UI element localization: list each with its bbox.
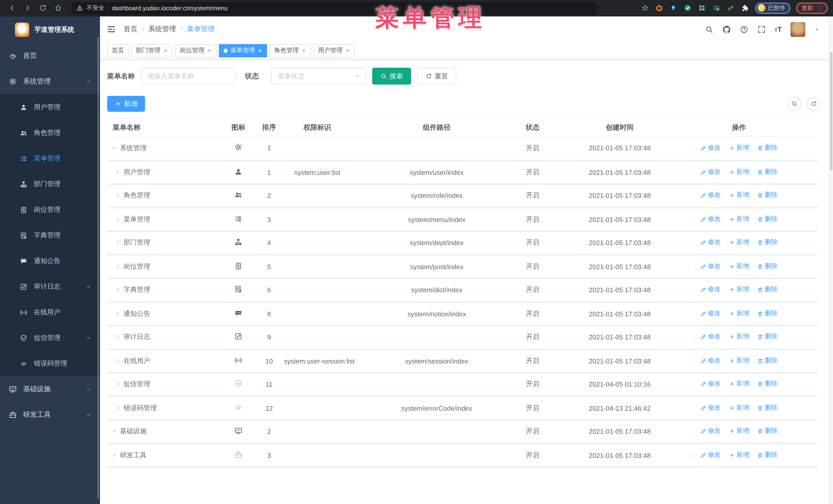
extension-icon[interactable] bbox=[654, 4, 663, 12]
tree-toggle-icon[interactable] bbox=[115, 381, 121, 387]
add-button[interactable]: 新增 bbox=[107, 96, 145, 112]
add-link[interactable]: 新增 bbox=[729, 333, 749, 341]
edit-link[interactable]: 修改 bbox=[700, 144, 721, 152]
edit-link[interactable]: 修改 bbox=[700, 427, 721, 436]
add-link[interactable]: 新增 bbox=[729, 144, 749, 152]
sidebar-item[interactable]: 系统管理 bbox=[0, 69, 100, 94]
add-link[interactable]: 新增 bbox=[729, 380, 749, 388]
delete-link[interactable]: 删除 bbox=[757, 309, 778, 318]
close-icon[interactable]: × bbox=[302, 47, 306, 54]
fullscreen-icon[interactable] bbox=[757, 25, 766, 33]
sidebar-item[interactable]: 用户管理 bbox=[0, 94, 100, 120]
sidebar-item[interactable]: 短信管理 bbox=[0, 325, 100, 351]
sidebar-item[interactable]: 在线用户 bbox=[0, 299, 100, 325]
add-link[interactable]: 新增 bbox=[729, 285, 749, 294]
add-link[interactable]: 新增 bbox=[729, 191, 749, 200]
extension-icon[interactable] bbox=[698, 4, 706, 12]
extensions-puzzle-icon[interactable] bbox=[741, 4, 749, 12]
add-link[interactable]: 新增 bbox=[729, 404, 749, 412]
extension-icon[interactable] bbox=[712, 4, 721, 12]
delete-link[interactable]: 删除 bbox=[757, 144, 778, 152]
toggle-search-button[interactable] bbox=[787, 97, 801, 111]
help-icon[interactable] bbox=[740, 25, 748, 33]
edit-link[interactable]: 修改 bbox=[700, 191, 721, 200]
tree-toggle-icon[interactable] bbox=[115, 405, 121, 411]
tree-toggle-icon[interactable] bbox=[115, 239, 121, 246]
reload-icon[interactable] bbox=[39, 4, 47, 12]
tree-toggle-icon[interactable] bbox=[111, 145, 117, 151]
edit-link[interactable]: 修改 bbox=[700, 309, 721, 318]
close-icon[interactable]: × bbox=[345, 47, 350, 54]
add-link[interactable]: 新增 bbox=[729, 357, 749, 365]
extension-icon[interactable] bbox=[669, 4, 678, 12]
status-select[interactable]: 菜单状态 bbox=[271, 68, 366, 85]
add-link[interactable]: 新增 bbox=[729, 215, 749, 224]
delete-link[interactable]: 删除 bbox=[757, 168, 778, 177]
edit-link[interactable]: 修改 bbox=[700, 333, 721, 341]
close-icon[interactable]: × bbox=[207, 47, 212, 54]
tree-toggle-icon[interactable] bbox=[115, 192, 121, 198]
view-tab[interactable]: 用户管理 × bbox=[313, 44, 355, 57]
edit-link[interactable]: 修改 bbox=[700, 357, 721, 365]
add-link[interactable]: 新增 bbox=[729, 451, 749, 460]
delete-link[interactable]: 删除 bbox=[757, 357, 778, 365]
tree-toggle-icon[interactable] bbox=[115, 169, 121, 175]
delete-link[interactable]: 删除 bbox=[757, 262, 778, 271]
sidebar-item[interactable]: 研发工具 bbox=[0, 402, 100, 428]
search-icon[interactable] bbox=[705, 25, 714, 33]
tree-toggle-icon[interactable] bbox=[115, 311, 121, 317]
app-logo-row[interactable]: 芋道管理系统 bbox=[0, 17, 100, 43]
sidebar-item[interactable]: 岗位管理 bbox=[0, 197, 100, 222]
delete-link[interactable]: 删除 bbox=[757, 404, 778, 412]
sidebar-item[interactable]: 角色管理 bbox=[0, 120, 100, 146]
breadcrumb-system[interactable]: 系统管理 bbox=[148, 25, 176, 34]
delete-link[interactable]: 删除 bbox=[757, 191, 778, 200]
tree-toggle-icon[interactable] bbox=[115, 287, 121, 293]
update-button[interactable]: 更新 ⋮ bbox=[796, 2, 828, 14]
extension-icon[interactable] bbox=[683, 4, 692, 12]
profile-chip[interactable]: 已暂停 bbox=[755, 2, 790, 14]
add-link[interactable]: 新增 bbox=[729, 238, 749, 247]
bookmark-star-icon[interactable] bbox=[641, 4, 649, 12]
reset-button[interactable]: 重置 bbox=[417, 68, 456, 85]
tree-toggle-icon[interactable] bbox=[111, 428, 117, 434]
sidebar-item[interactable]: 部门管理 bbox=[0, 171, 100, 197]
delete-link[interactable]: 删除 bbox=[757, 285, 778, 294]
back-icon[interactable] bbox=[8, 4, 16, 12]
forward-icon[interactable] bbox=[24, 4, 31, 12]
edit-link[interactable]: 修改 bbox=[700, 285, 721, 294]
add-link[interactable]: 新增 bbox=[729, 427, 749, 436]
hamburger-icon[interactable] bbox=[106, 25, 116, 34]
view-tab[interactable]: 部门管理 × bbox=[131, 44, 172, 57]
add-link[interactable]: 新增 bbox=[729, 309, 749, 318]
font-size-icon[interactable]: TT bbox=[775, 25, 782, 33]
breadcrumb-home[interactable]: 首页 bbox=[123, 25, 137, 34]
page-scrollbar[interactable] bbox=[829, 17, 833, 504]
sidebar-item[interactable]: 菜单管理 bbox=[0, 146, 100, 171]
delete-link[interactable]: 删除 bbox=[757, 333, 778, 341]
sidebar-item[interactable]: 基础设施 bbox=[0, 376, 100, 402]
home-icon[interactable] bbox=[54, 4, 62, 12]
delete-link[interactable]: 删除 bbox=[757, 215, 778, 224]
view-tab[interactable]: 角色管理 × bbox=[270, 44, 311, 57]
tree-toggle-icon[interactable] bbox=[115, 358, 121, 364]
view-tab[interactable]: 岗位管理 × bbox=[175, 44, 216, 57]
edit-link[interactable]: 修改 bbox=[700, 168, 721, 177]
scrollbar-thumb[interactable] bbox=[830, 52, 832, 170]
extension-icon[interactable] bbox=[727, 4, 735, 12]
edit-link[interactable]: 修改 bbox=[700, 238, 721, 247]
view-tab[interactable]: 首页 bbox=[107, 44, 129, 57]
refresh-table-button[interactable] bbox=[807, 97, 821, 111]
edit-link[interactable]: 修改 bbox=[700, 404, 721, 412]
add-link[interactable]: 新增 bbox=[729, 168, 749, 177]
url-text[interactable]: dashboard.yudao.iocoder.cn/system/menu bbox=[112, 4, 228, 11]
delete-link[interactable]: 删除 bbox=[757, 380, 778, 388]
tree-toggle-icon[interactable] bbox=[111, 452, 117, 458]
sidebar-item[interactable]: 首页 bbox=[0, 43, 100, 69]
search-button[interactable]: 搜索 bbox=[372, 68, 411, 85]
tree-toggle-icon[interactable] bbox=[115, 216, 121, 222]
sidebar-item[interactable]: 通知公告 bbox=[0, 248, 100, 274]
menu-dots-icon[interactable]: ⋮ bbox=[816, 5, 822, 11]
edit-link[interactable]: 修改 bbox=[700, 380, 721, 388]
add-link[interactable]: 新增 bbox=[729, 262, 749, 271]
